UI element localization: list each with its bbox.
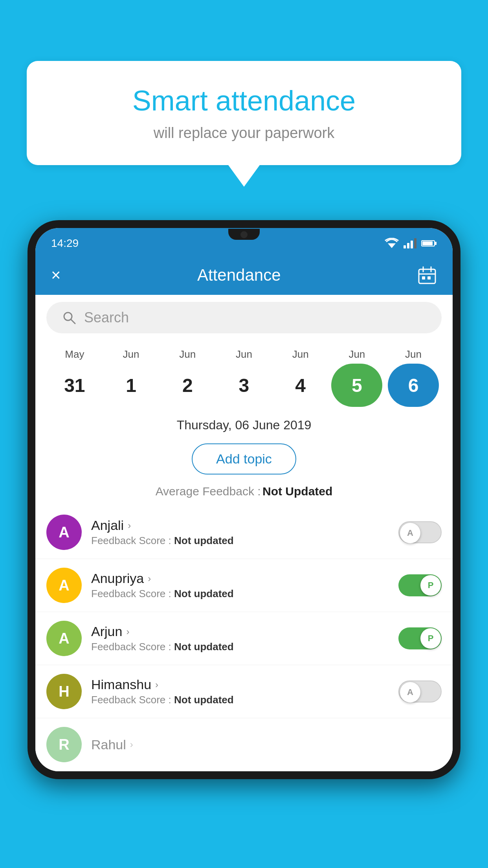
- search-bar[interactable]: Search: [46, 302, 442, 333]
- search-placeholder: Search: [84, 309, 129, 326]
- calendar-date-31[interactable]: 31: [49, 364, 100, 407]
- add-topic-container: Add topic: [35, 437, 453, 481]
- phone-container: 14:29: [28, 220, 460, 868]
- student-name-arjun: Arjun ›: [91, 624, 389, 639]
- avg-feedback: Average Feedback : Not Updated: [35, 481, 453, 506]
- student-avatar-arjun: A: [46, 621, 82, 656]
- student-feedback-anupriya: Feedback Score : Not updated: [91, 588, 389, 600]
- student-item-himanshu[interactable]: H Himanshu › Feedback Score : Not update…: [35, 665, 453, 718]
- svg-rect-2: [422, 241, 433, 245]
- student-info-anjali: Anjali › Feedback Score : Not updated: [91, 518, 389, 547]
- speech-bubble-container: Smart attendance will replace your paper…: [27, 61, 461, 187]
- student-name-anjali: Anjali ›: [91, 518, 389, 533]
- calendar-month-2: Jun: [162, 348, 213, 360]
- student-avatar-anjali: A: [46, 515, 82, 550]
- status-icons: [385, 238, 437, 249]
- app-bar-title: Attendance: [197, 266, 281, 285]
- chevron-icon-himanshu: ›: [155, 679, 158, 690]
- student-info-anupriya: Anupriya › Feedback Score : Not updated: [91, 571, 389, 600]
- calendar-date-5[interactable]: 5: [331, 364, 382, 407]
- phone-notch: [228, 229, 260, 240]
- svg-line-11: [71, 320, 75, 324]
- calendar-month-1: Jun: [106, 348, 157, 360]
- chevron-icon-anjali: ›: [128, 520, 131, 531]
- student-item-arjun[interactable]: A Arjun › Feedback Score : Not updated: [35, 612, 453, 665]
- calendar-month-6: Jun: [388, 348, 439, 360]
- calendar-date-1[interactable]: 1: [106, 364, 157, 407]
- student-item-partial: R Rahul ›: [35, 718, 453, 771]
- student-feedback-arjun: Feedback Score : Not updated: [91, 641, 389, 653]
- student-item-anjali[interactable]: A Anjali › Feedback Score : Not updated: [35, 506, 453, 559]
- student-name-partial: Rahul ›: [91, 737, 442, 752]
- toggle-arjun[interactable]: P: [398, 627, 442, 649]
- student-feedback-himanshu: Feedback Score : Not updated: [91, 694, 389, 706]
- battery-icon: [421, 239, 437, 248]
- student-info-arjun: Arjun › Feedback Score : Not updated: [91, 624, 389, 653]
- svg-rect-9: [427, 276, 431, 280]
- chevron-icon-arjun: ›: [126, 626, 129, 637]
- student-info-partial: Rahul ›: [91, 737, 442, 752]
- student-list: A Anjali › Feedback Score : Not updated: [35, 506, 453, 771]
- speech-bubble-subtitle: will replace your paperwork: [46, 125, 442, 142]
- calendar-date-3[interactable]: 3: [218, 364, 270, 407]
- calendar-dates: 31 1 2 3 4 5 6: [46, 364, 442, 407]
- calendar-date-6[interactable]: 6: [388, 364, 439, 407]
- calendar-month-0: May: [49, 348, 100, 360]
- signal-icon: [404, 238, 416, 248]
- calendar-month-4: Jun: [275, 348, 326, 360]
- student-avatar-partial: R: [46, 727, 82, 762]
- calendar-strip: May Jun Jun Jun Jun Jun Jun 31 1 2 3 4 5…: [35, 340, 453, 411]
- close-button[interactable]: ×: [51, 266, 61, 285]
- search-icon: [62, 311, 76, 325]
- toggle-himanshu[interactable]: A: [398, 680, 442, 702]
- selected-date-display: Thursday, 06 June 2019: [177, 418, 312, 432]
- status-time: 14:29: [51, 237, 79, 250]
- speech-bubble-title: Smart attendance: [46, 85, 442, 117]
- svg-rect-4: [419, 269, 435, 283]
- calendar-month-5: Jun: [331, 348, 382, 360]
- svg-rect-8: [422, 276, 425, 280]
- search-container: Search: [35, 295, 453, 340]
- student-info-himanshu: Himanshu › Feedback Score : Not updated: [91, 677, 389, 706]
- speech-bubble-tail: [228, 165, 260, 187]
- chevron-icon-partial: ›: [130, 739, 133, 750]
- speech-bubble: Smart attendance will replace your paper…: [27, 61, 461, 165]
- calendar-icon[interactable]: [417, 265, 437, 285]
- calendar-months: May Jun Jun Jun Jun Jun Jun: [46, 348, 442, 360]
- app-bar: × Attendance: [35, 256, 453, 295]
- phone-outer: 14:29: [28, 220, 460, 779]
- wifi-icon: [385, 238, 399, 249]
- toggle-anupriya[interactable]: P: [398, 574, 442, 596]
- student-avatar-himanshu: H: [46, 674, 82, 709]
- student-item-anupriya[interactable]: A Anupriya › Feedback Score : Not update…: [35, 559, 453, 612]
- avg-feedback-value: Not Updated: [262, 485, 332, 498]
- student-feedback-anjali: Feedback Score : Not updated: [91, 535, 389, 547]
- calendar-date-2[interactable]: 2: [162, 364, 213, 407]
- calendar-date-4[interactable]: 4: [275, 364, 326, 407]
- student-name-himanshu: Himanshu ›: [91, 677, 389, 692]
- phone-screen: 14:29: [35, 228, 453, 771]
- svg-marker-0: [388, 243, 396, 248]
- toggle-anjali[interactable]: A: [398, 521, 442, 543]
- avg-feedback-label: Average Feedback :: [156, 485, 261, 498]
- student-avatar-anupriya: A: [46, 568, 82, 603]
- add-topic-button[interactable]: Add topic: [192, 443, 296, 474]
- calendar-month-3: Jun: [218, 348, 270, 360]
- svg-rect-3: [435, 242, 437, 245]
- student-name-anupriya: Anupriya ›: [91, 571, 389, 586]
- chevron-icon-anupriya: ›: [148, 573, 151, 584]
- date-info: Thursday, 06 June 2019: [35, 411, 453, 437]
